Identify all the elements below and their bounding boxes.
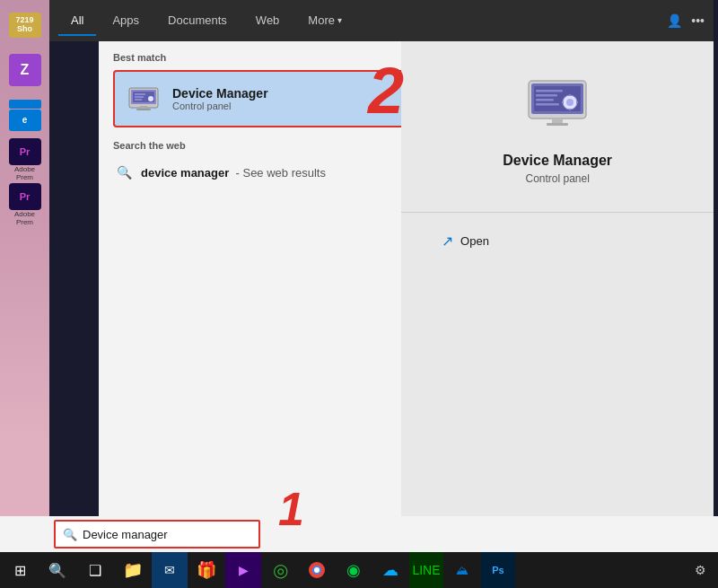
user-icon[interactable]: 👤: [667, 13, 682, 28]
taskbar-file-explorer[interactable]: 📁: [115, 552, 151, 588]
svg-rect-23: [547, 123, 568, 126]
web-search-item[interactable]: 🔍 device manager - See web results ›: [113, 158, 436, 187]
search-icon: 🔍: [117, 165, 132, 180]
taskbar-chrome[interactable]: [299, 552, 335, 588]
right-panel: Device Manager Control panel ↗ Open: [401, 41, 714, 516]
right-panel-title: Device Manager: [503, 153, 612, 169]
tab-more[interactable]: More ▾: [295, 6, 355, 36]
best-match-text: Device Manager Control panel: [172, 86, 268, 111]
svg-point-5: [148, 96, 153, 101]
tab-icons: 👤 •••: [667, 13, 705, 28]
task-view-button[interactable]: ❑: [77, 552, 113, 588]
start-button[interactable]: ⊞: [2, 552, 38, 588]
svg-rect-20: [536, 99, 554, 101]
item-subtitle: Control panel: [172, 101, 268, 111]
more-options-icon[interactable]: •••: [691, 13, 705, 28]
taskbar-tray: ⚙: [687, 552, 716, 588]
search-bar-inner: 🔍: [54, 520, 260, 549]
web-search-text: device manager - See web results: [141, 166, 326, 180]
svg-point-26: [314, 567, 320, 573]
right-panel-subtitle: Control panel: [525, 172, 589, 185]
svg-rect-18: [536, 90, 563, 92]
svg-point-13: [566, 99, 574, 106]
item-title: Device Manager: [172, 86, 268, 101]
taskbar: ⊞ 🔍 ❑ 📁 ✉ 🎁 ▶ ◎ ◉ ☁ LINE ⛰ Ps ⚙: [0, 552, 718, 588]
taskbar-photoshop[interactable]: Ps: [481, 552, 515, 588]
taskbar-photos[interactable]: ⛰: [444, 552, 480, 588]
svg-rect-19: [536, 94, 557, 97]
start-menu: All Apps Documents Web More ▾ 👤 ••• Best…: [0, 0, 718, 552]
tab-all[interactable]: All: [58, 6, 96, 36]
open-label: Open: [460, 234, 489, 248]
open-button[interactable]: ↗ Open: [433, 227, 682, 255]
svg-rect-3: [136, 109, 151, 110]
device-manager-icon-small: [126, 81, 162, 117]
taskbar-line[interactable]: LINE: [409, 552, 443, 588]
open-icon: ↗: [442, 233, 453, 250]
taskbar-music[interactable]: ▶: [225, 552, 261, 588]
search-button[interactable]: 🔍: [39, 552, 75, 588]
divider: [401, 212, 714, 213]
svg-rect-21: [536, 103, 559, 106]
tray-gear[interactable]: ⚙: [687, 552, 713, 588]
device-manager-icon-large: [521, 68, 593, 140]
annotation-1: 1: [278, 482, 304, 536]
taskbar-green-app[interactable]: ◎: [262, 552, 298, 588]
tab-documents[interactable]: Documents: [155, 6, 240, 36]
annotation-2: 2: [368, 54, 404, 127]
tab-bar: All Apps Documents Web More ▾ 👤 •••: [49, 0, 714, 41]
taskbar-mail[interactable]: ✉: [152, 552, 188, 588]
taskbar-cloud[interactable]: ☁: [372, 552, 408, 588]
svg-rect-2: [140, 106, 147, 109]
web-search-label: Search the web: [113, 140, 436, 151]
tab-web[interactable]: Web: [243, 6, 293, 36]
taskbar-gift[interactable]: 🎁: [188, 552, 224, 588]
taskbar-apps: 📁 ✉ 🎁 ▶ ◎ ◉ ☁ LINE ⛰ Ps: [115, 552, 686, 588]
search-bar-icon: 🔍: [63, 528, 77, 541]
taskbar-circle-green[interactable]: ◉: [336, 552, 372, 588]
search-bar-row: 🔍: [0, 516, 718, 552]
tab-apps[interactable]: Apps: [100, 6, 152, 36]
search-input[interactable]: [83, 528, 251, 541]
